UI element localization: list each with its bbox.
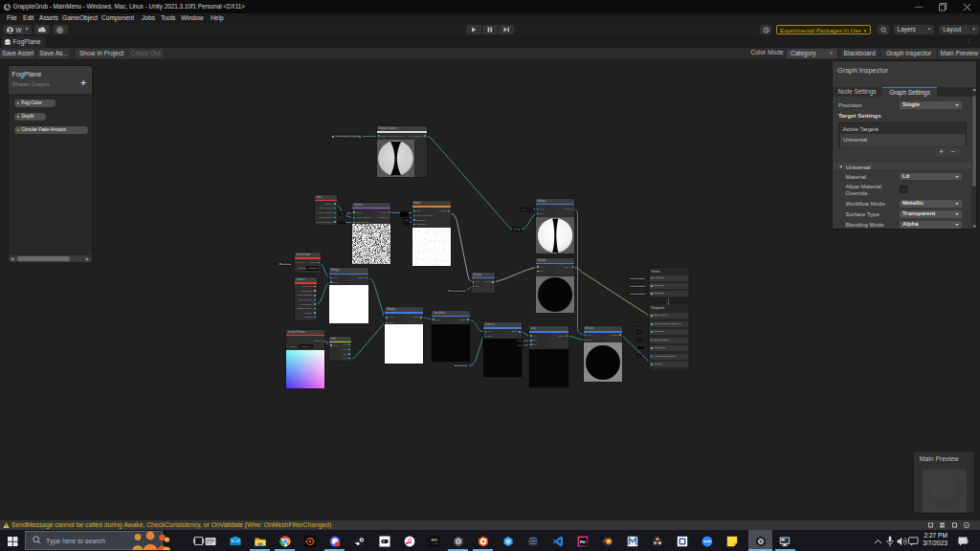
svg-text:GAMES: GAMES [432, 541, 438, 543]
svg-text:RD: RD [580, 539, 586, 543]
svg-text:zoom: zoom [703, 540, 711, 543]
